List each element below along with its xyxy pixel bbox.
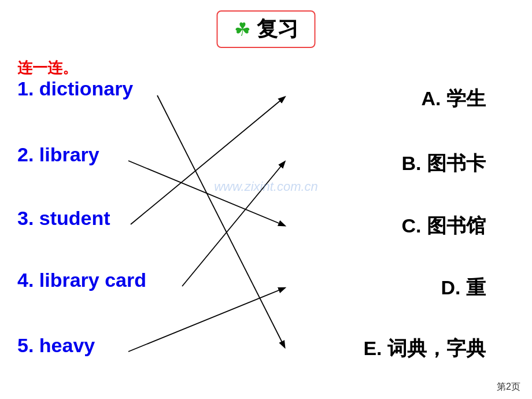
connection-line-l3-rA [131,97,285,224]
right-item-rB: B. 图书卡 [402,150,486,177]
right-item-rD: D. 重 [441,275,486,301]
left-item-l4: 4. library card [17,269,146,291]
watermark: www.zixint.com.cn [214,179,318,194]
left-item-l5: 5. heavy [17,334,95,357]
page-number: 第2页 [497,381,520,393]
connection-line-l5-rD [128,288,285,352]
clover-icon: ☘ [234,19,251,40]
right-item-rA: A. 学生 [422,86,486,112]
left-item-l1: 1. dictionary [17,77,133,100]
right-item-rC: C. 图书馆 [402,213,486,239]
connection-line-l1-rE [157,95,285,347]
title-text: 复习 [257,15,298,43]
right-item-rE: E. 词典，字典 [363,335,486,362]
title-box: ☘ 复习 [217,10,316,48]
instruction-text: 连一连。 [17,58,77,78]
left-item-l2: 2. library [17,143,99,166]
left-item-l3: 3. student [17,207,110,230]
